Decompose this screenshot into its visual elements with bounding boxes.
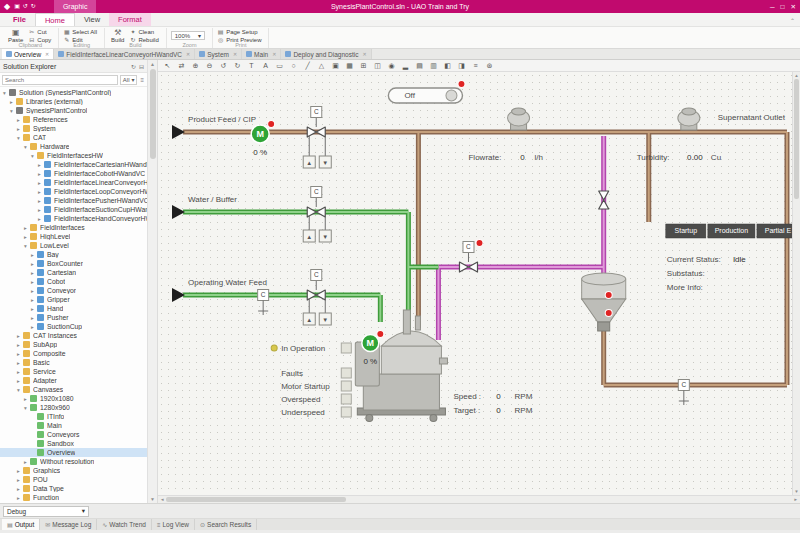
scroll-down-icon[interactable]: ▼ xyxy=(794,489,798,494)
close-arrow-icon[interactable]: ▼ xyxy=(322,317,328,323)
redo-icon[interactable]: ↻ xyxy=(231,61,244,71)
toggle-closed-icon[interactable]: ▸ xyxy=(29,324,36,330)
minimize-button[interactable]: ─ xyxy=(770,0,775,13)
scroll-down-icon[interactable]: ▼ xyxy=(150,496,155,502)
scroll-up-icon[interactable]: ▲ xyxy=(794,73,798,78)
tree-item-fieldinterfacelinearconveyorhwandvc[interactable]: ▸FieldInterfaceLinearConveyorHWandVC xyxy=(0,178,147,187)
bottom-tab-search-results[interactable]: ⊙Search Results xyxy=(195,519,257,530)
pan-icon[interactable]: ⇄ xyxy=(175,61,188,71)
tree-item-fieldinterfaces[interactable]: ▸FieldInterfaces xyxy=(0,223,147,232)
operating-water-instrument[interactable]: C xyxy=(258,290,269,316)
hopper-tank[interactable] xyxy=(582,273,626,331)
image-icon[interactable]: ▣ xyxy=(329,61,342,71)
toggle-closed-icon[interactable]: ▸ xyxy=(15,486,22,492)
tree-item-graphics[interactable]: ▸Graphics xyxy=(0,466,147,475)
canvas-horizontal-scrollbar[interactable]: ◄ ► xyxy=(158,495,800,503)
select-all-button[interactable]: ▦Select All xyxy=(63,29,97,36)
close-arrow-icon[interactable]: ▼ xyxy=(322,234,328,240)
toggle-open-icon[interactable]: ▾ xyxy=(22,405,29,411)
line-icon[interactable]: ╱ xyxy=(301,61,314,71)
close-tab-icon[interactable]: ✕ xyxy=(186,51,190,57)
undo-icon[interactable]: ↺ xyxy=(217,61,230,71)
toggle-closed-icon[interactable]: ▸ xyxy=(36,180,43,186)
toggle-closed-icon[interactable]: ▸ xyxy=(36,162,43,168)
toggle-closed-icon[interactable]: ▸ xyxy=(29,315,36,321)
send-to-back-icon[interactable]: ◨ xyxy=(455,61,468,71)
tree-item-gripper[interactable]: ▸Gripper xyxy=(0,295,147,304)
context-tab-graphic[interactable]: Graphic xyxy=(54,0,97,13)
scroll-up-icon[interactable]: ▲ xyxy=(150,61,155,67)
cut-button[interactable]: ✂Cut xyxy=(28,29,51,36)
label-icon[interactable]: A xyxy=(259,61,272,71)
toggle-open-icon[interactable]: ▾ xyxy=(15,387,22,393)
tree-item-fieldinterfacesuctioncuphwandvc[interactable]: ▸FieldInterfaceSuctionCupHWandVC xyxy=(0,205,147,214)
tree-item-composite[interactable]: ▸Composite xyxy=(0,349,147,358)
select-icon[interactable]: ↖ xyxy=(161,61,174,71)
toggle-open-icon[interactable]: ▾ xyxy=(1,90,8,96)
ribbon-tab-home[interactable]: Home xyxy=(35,13,75,26)
toggle-closed-icon[interactable]: ▸ xyxy=(8,99,15,105)
ribbon-tab-view[interactable]: View xyxy=(75,13,109,26)
toggle-closed-icon[interactable]: ▸ xyxy=(36,171,43,177)
tree-item-subapp[interactable]: ▸SubApp xyxy=(0,340,147,349)
document-tab-system[interactable]: System✕ xyxy=(195,49,242,59)
tree-item-without-resolution[interactable]: ▸Without resolution xyxy=(0,457,147,466)
toggle-closed-icon[interactable]: ▸ xyxy=(22,396,29,402)
document-tab-overview[interactable]: Overview✕ xyxy=(2,49,54,59)
tree-item-service[interactable]: ▸Service xyxy=(0,367,147,376)
toggle-closed-icon[interactable]: ▸ xyxy=(29,252,36,258)
scroll-left-icon[interactable]: ◄ xyxy=(160,497,164,502)
turbidity-sensor[interactable] xyxy=(678,108,700,130)
toggle-closed-icon[interactable]: ▸ xyxy=(29,306,36,312)
separator-machine[interactable]: M 0 % xyxy=(355,310,447,422)
toggle-open-icon[interactable]: ▾ xyxy=(29,153,36,159)
clean-button[interactable]: ✦Clean xyxy=(129,29,158,36)
debug-configuration-dropdown[interactable]: Debug ▾ xyxy=(3,506,89,517)
tree-item-highlevel[interactable]: ▸HighLevel xyxy=(0,232,147,241)
tree-item-cartesian[interactable]: ▸Cartesian xyxy=(0,268,147,277)
tree-item-pou[interactable]: ▸POU xyxy=(0,475,147,484)
open-arrow-icon[interactable]: ▲ xyxy=(306,160,312,166)
grid-icon[interactable]: ▦ xyxy=(343,61,356,71)
toggle-closed-icon[interactable]: ▸ xyxy=(22,234,29,240)
zoom-out-icon[interactable]: ⊖ xyxy=(203,61,216,71)
toggle-closed-icon[interactable]: ▸ xyxy=(15,468,22,474)
table-icon[interactable]: ⊞ xyxy=(357,61,370,71)
toggle-closed-icon[interactable]: ▸ xyxy=(22,225,29,231)
group-icon[interactable]: ▤ xyxy=(413,61,426,71)
explorer-search-input[interactable] xyxy=(2,75,118,85)
document-tab-deploy-and-diagnostic[interactable]: Deploy and Diagnostic✕ xyxy=(281,49,371,59)
polygon-icon[interactable]: △ xyxy=(315,61,328,71)
document-tab-fieldinterfacelinearconveyorhwandvc[interactable]: FieldInterfaceLinearConveyorHWandVC✕ xyxy=(54,49,195,59)
scrollbar-thumb[interactable] xyxy=(166,497,346,502)
tree-item-system[interactable]: ▸System xyxy=(0,124,147,133)
tree-item-1280x960[interactable]: ▾1280x960 xyxy=(0,403,147,412)
toggle-closed-icon[interactable]: ▸ xyxy=(36,189,43,195)
tree-item-cat-instances[interactable]: ▸CAT Instances xyxy=(0,331,147,340)
bottom-tab-watch-trend[interactable]: ∿Watch Trend xyxy=(97,519,152,530)
outlet-instrument[interactable]: C xyxy=(678,380,689,406)
toggle-open-icon[interactable]: ▾ xyxy=(15,135,22,141)
tree-item-hand[interactable]: ▸Hand xyxy=(0,304,147,313)
ribbon-tab-format[interactable]: Format xyxy=(109,13,151,26)
tree-item-sandbox[interactable]: Sandbox xyxy=(0,439,147,448)
toggle-closed-icon[interactable]: ▸ xyxy=(15,360,22,366)
graphic-canvas[interactable]: Off M xyxy=(158,72,800,495)
ungroup-icon[interactable]: ▥ xyxy=(427,61,440,71)
tree-item-references[interactable]: ▸References xyxy=(0,115,147,124)
toggle-closed-icon[interactable]: ▸ xyxy=(15,378,22,384)
redo-icon[interactable]: ↻ xyxy=(31,0,36,13)
scroll-right-icon[interactable]: ► xyxy=(794,497,798,502)
canvas-vertical-scrollbar[interactable]: ▲ ▼ xyxy=(792,72,800,495)
close-tab-icon[interactable]: ✕ xyxy=(272,51,276,57)
tree-item-data-type[interactable]: ▸Data Type xyxy=(0,484,147,493)
text-icon[interactable]: T xyxy=(245,61,258,71)
align-icon[interactable]: ≡ xyxy=(469,61,482,71)
tree-item-fieldinterfacepusherhwandvc[interactable]: ▸FieldInterfacePusherHWandVC xyxy=(0,196,147,205)
tree-item-main[interactable]: Main xyxy=(0,421,147,430)
toggle-closed-icon[interactable]: ▸ xyxy=(15,477,22,483)
tree-item-conveyors[interactable]: Conveyors xyxy=(0,430,147,439)
tree-item-itinfo[interactable]: ITInfo xyxy=(0,412,147,421)
tree-item-basic[interactable]: ▸Basic xyxy=(0,358,147,367)
toggle-closed-icon[interactable]: ▸ xyxy=(29,297,36,303)
